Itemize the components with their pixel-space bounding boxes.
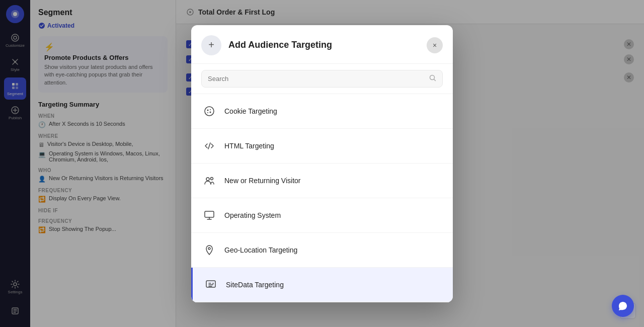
modal-title: Add Audience Targeting (228, 40, 420, 50)
svg-point-17 (207, 109, 209, 111)
option-operating-system[interactable]: Operating System (191, 198, 453, 233)
search-icon (429, 74, 436, 83)
option-html-targeting[interactable]: HTML Targeting (191, 129, 453, 164)
cookie-icon (201, 103, 217, 119)
svg-point-24 (208, 248, 210, 250)
option-cookie-targeting[interactable]: Cookie Targeting (191, 94, 453, 129)
svg-rect-26 (212, 283, 214, 284)
html-targeting-label: HTML Targeting (224, 142, 274, 150)
modal-plus-icon: + (201, 35, 221, 55)
chat-button[interactable] (612, 295, 634, 317)
people-icon (201, 173, 217, 189)
svg-point-16 (205, 107, 214, 116)
new-returning-label: New or Returning Visitor (224, 177, 300, 185)
option-sitedata-targeting[interactable]: SiteData Targeting (191, 268, 453, 302)
svg-point-20 (207, 112, 208, 113)
add-audience-targeting-modal: + Add Audience Targeting × (191, 25, 453, 302)
search-input-wrap (201, 70, 443, 88)
svg-point-21 (206, 178, 209, 181)
sitedata-icon (203, 277, 219, 293)
modal-search-section (191, 64, 453, 94)
svg-rect-23 (205, 211, 214, 217)
operating-system-label: Operating System (224, 211, 281, 219)
svg-point-19 (210, 109, 211, 110)
sitedata-targeting-label: SiteData Targeting (226, 281, 284, 289)
modal-header: + Add Audience Targeting × (191, 25, 453, 64)
modal-close-button[interactable]: × (427, 37, 443, 53)
modal-overlay: + Add Audience Targeting × (0, 0, 644, 327)
cookie-targeting-label: Cookie Targeting (224, 107, 277, 115)
monitor-icon (201, 207, 217, 223)
svg-point-22 (211, 177, 213, 180)
geo-location-label: Geo-Location Targeting (224, 246, 297, 254)
option-geo-location[interactable]: Geo-Location Targeting (191, 233, 453, 268)
search-input[interactable] (208, 75, 425, 83)
html-icon (201, 138, 217, 154)
svg-point-18 (210, 111, 211, 113)
option-new-returning[interactable]: New or Returning Visitor (191, 164, 453, 198)
location-icon (201, 242, 217, 258)
modal-options-list: Cookie Targeting HTML Targeting (191, 94, 453, 302)
